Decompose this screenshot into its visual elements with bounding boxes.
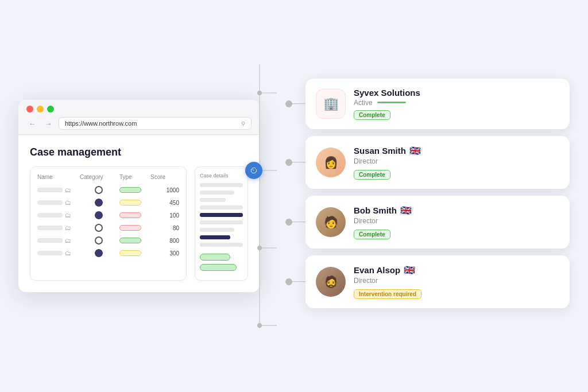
active-label: Active	[354, 99, 373, 107]
card-name-row: Bob Smith 🇬🇧	[354, 205, 559, 216]
detail-line	[200, 243, 243, 247]
person-role: Director	[354, 157, 559, 165]
col-name: Name	[37, 174, 78, 180]
card-syvex[interactable]: 🏢 Syvex Solutions Active Complete	[305, 79, 570, 129]
scene: ← → https://www.northrow.com ⚲ Case mana…	[18, 13, 570, 380]
card-active-row: Active	[354, 99, 559, 107]
forward-button[interactable]: →	[42, 118, 54, 129]
card-info: Syvex Solutions Active Complete	[354, 88, 559, 120]
page-title: Case management	[30, 146, 248, 158]
company-icon-wrap: 🏢	[316, 89, 346, 119]
score-pill	[119, 200, 141, 205]
card-name-row: Syvex Solutions	[354, 88, 559, 98]
detail-line	[200, 191, 234, 195]
detail-line	[200, 205, 243, 209]
building-icon: 🏢	[323, 96, 339, 111]
flag-uk: 🇬🇧	[404, 265, 415, 275]
card-info: Evan Alsop 🇬🇧 Director Intervention requ…	[354, 265, 559, 299]
company-name: Syvex Solutions	[354, 88, 420, 98]
avatar-bob: 🧑	[316, 207, 346, 237]
person-role: Director	[354, 217, 559, 225]
table-row[interactable]: 🗂 1000	[37, 186, 179, 194]
dot-green[interactable]	[47, 106, 54, 112]
score-pill	[119, 212, 141, 218]
detail-line	[200, 228, 234, 232]
table-row[interactable]: 🗂 300	[37, 249, 179, 257]
dot-yellow[interactable]	[37, 106, 44, 112]
table-panel: Name Category Type Score 🗂 1000	[30, 166, 187, 281]
clock-hub-icon: ⏲	[245, 162, 262, 179]
type-circle	[95, 236, 103, 244]
browser-dots	[26, 106, 252, 112]
avatar-susan: 👩	[316, 148, 346, 177]
type-circle	[95, 186, 103, 194]
score-pill	[119, 187, 141, 193]
detail-pill	[200, 254, 230, 261]
detail-line-dark	[200, 235, 230, 239]
status-badge: Complete	[354, 230, 390, 239]
details-title: Case details	[200, 173, 243, 178]
url-text: https://www.northrow.com	[65, 120, 137, 127]
browser-window: ← → https://www.northrow.com ⚲ Case mana…	[18, 100, 260, 292]
score-value: 80	[150, 225, 179, 231]
detail-line	[200, 198, 226, 202]
detail-pill	[200, 264, 237, 271]
person-role: Director	[354, 277, 559, 285]
type-circle-filled	[95, 211, 103, 219]
address-bar[interactable]: https://www.northrow.com ⚲	[59, 117, 252, 130]
row-icon: 🗂	[65, 250, 71, 257]
score-pill	[119, 250, 141, 256]
content-area: Name Category Type Score 🗂 1000	[30, 166, 248, 281]
table-header: Name Category Type Score	[37, 174, 179, 180]
case-details-panel: Case details	[195, 166, 248, 281]
active-bar	[377, 102, 406, 103]
browser-content: Case management Name Category Type Score	[18, 135, 260, 292]
score-value: 1000	[150, 187, 179, 193]
status-badge: Complete	[354, 110, 390, 120]
score-value: 450	[150, 200, 179, 206]
status-badge: Intervention required	[354, 289, 421, 299]
browser-toolbar: ← → https://www.northrow.com ⚲	[26, 117, 252, 130]
row-icon: 🗂	[65, 212, 71, 219]
score-value: 800	[150, 238, 179, 244]
svg-point-8	[257, 323, 262, 328]
col-category: Category	[80, 174, 117, 180]
col-score: Score	[150, 174, 179, 180]
col-type: Type	[119, 174, 148, 180]
person-name: Bob Smith	[354, 205, 397, 215]
table-row[interactable]: 🗂 450	[37, 199, 179, 207]
card-name-row: Susan Smith 🇬🇧	[354, 145, 559, 156]
card-info: Susan Smith 🇬🇧 Director Complete	[354, 145, 559, 180]
detail-line	[200, 183, 243, 187]
search-icon: ⚲	[241, 121, 245, 127]
score-pill	[119, 238, 141, 243]
detail-line	[200, 220, 243, 224]
flag-uk: 🇬🇧	[409, 145, 421, 156]
card-susan[interactable]: 👩 Susan Smith 🇬🇧 Director Complete	[305, 136, 570, 189]
person-name: Susan Smith	[354, 146, 406, 156]
type-circle-filled	[95, 249, 103, 257]
score-value: 100	[150, 212, 179, 219]
table-row[interactable]: 🗂 800	[37, 236, 179, 244]
detail-line-dark	[200, 213, 243, 217]
status-badge: Complete	[354, 170, 390, 180]
card-bob[interactable]: 🧑 Bob Smith 🇬🇧 Director Complete	[305, 196, 570, 249]
table-row[interactable]: 🗂 80	[37, 224, 179, 232]
flag-uk: 🇬🇧	[400, 205, 412, 216]
score-value: 300	[150, 250, 179, 257]
browser-chrome: ← → https://www.northrow.com ⚲	[18, 100, 260, 135]
card-name-row: Evan Alsop 🇬🇧	[354, 265, 559, 275]
avatar-evan: 🧔	[316, 267, 346, 297]
back-button[interactable]: ←	[26, 118, 38, 129]
cards-container: 🏢 Syvex Solutions Active Complete 👩 Susa…	[305, 79, 570, 308]
svg-point-5	[257, 91, 262, 95]
row-icon: 🗂	[65, 199, 71, 206]
row-icon: 🗂	[65, 224, 71, 231]
dot-red[interactable]	[26, 106, 33, 112]
table-row[interactable]: 🗂 100	[37, 211, 179, 219]
score-pill	[119, 225, 141, 231]
card-evan[interactable]: 🧔 Evan Alsop 🇬🇧 Director Intervention re…	[305, 255, 570, 308]
card-info: Bob Smith 🇬🇧 Director Complete	[354, 205, 559, 239]
type-circle	[95, 224, 103, 232]
row-icon: 🗂	[65, 187, 71, 193]
